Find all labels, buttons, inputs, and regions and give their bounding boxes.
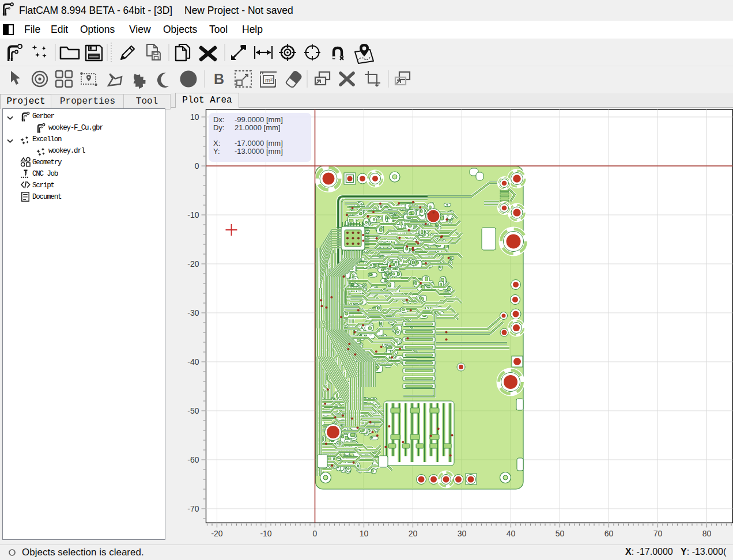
svg-text:Dx:: Dx: (213, 115, 225, 124)
svg-text:0: 0 (313, 529, 318, 538)
svg-text:-10: -10 (187, 210, 199, 220)
svg-text:21.0000 [mm]: 21.0000 [mm] (235, 123, 281, 132)
svg-text:40: 40 (507, 529, 516, 538)
svg-text:-20: -20 (211, 529, 222, 538)
svg-text:70: 70 (653, 529, 663, 538)
svg-text:80: 80 (702, 529, 712, 538)
svg-text:m²: m² (265, 77, 273, 84)
svg-text:10: 10 (190, 112, 199, 122)
svg-text:0: 0 (195, 161, 199, 171)
svg-text:-17.0000 [mm]: -17.0000 [mm] (235, 139, 283, 147)
svg-text:-13.0000 [mm]: -13.0000 [mm] (235, 147, 283, 156)
svg-text:Dy:: Dy: (213, 123, 225, 132)
svg-text:-40: -40 (187, 357, 199, 366)
svg-text:-70: -70 (187, 504, 199, 513)
svg-text:X:: X: (213, 139, 220, 147)
svg-text:30: 30 (458, 529, 467, 538)
svg-text:60: 60 (604, 529, 614, 538)
svg-text:-20: -20 (187, 259, 199, 268)
svg-text:Y:: Y: (213, 147, 220, 156)
svg-text:-10: -10 (260, 529, 271, 538)
svg-text:-99.0000 [mm]: -99.0000 [mm] (235, 115, 283, 124)
svg-text:B: B (214, 71, 224, 87)
svg-text:-30: -30 (187, 308, 199, 317)
svg-text:-60: -60 (187, 455, 199, 464)
svg-text:50: 50 (556, 529, 565, 538)
svg-text:10: 10 (360, 529, 369, 538)
svg-text:-50: -50 (187, 406, 199, 415)
svg-text:20: 20 (409, 529, 418, 538)
